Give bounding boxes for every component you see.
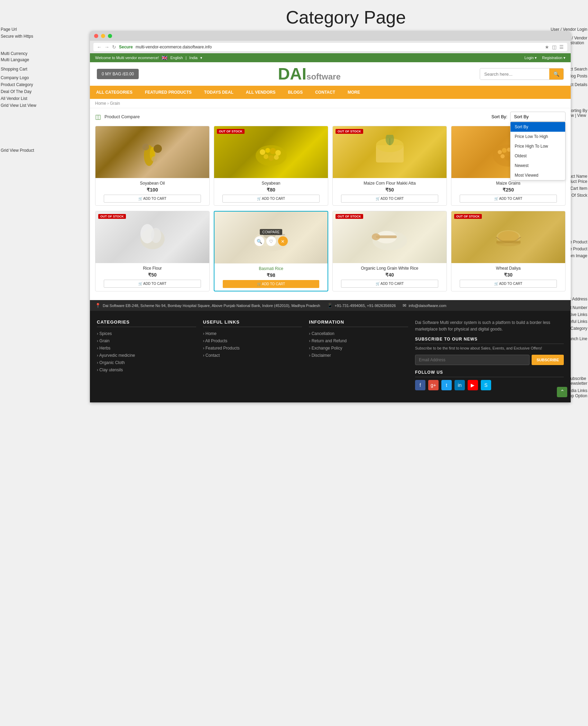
nav-contact[interactable]: CONTACT bbox=[309, 86, 341, 99]
cat-organic[interactable]: Organic Cloth bbox=[97, 360, 196, 365]
sort-label: Sort By: bbox=[491, 114, 507, 119]
cat-ayurvedic[interactable]: Ayurvedic medicine bbox=[97, 353, 196, 358]
product-info-soyabean: Soyabean ₹80 🛒 ADD TO CART bbox=[214, 178, 328, 205]
link-featured[interactable]: Featured Products bbox=[203, 346, 302, 351]
cat-herbs[interactable]: Herbs bbox=[97, 346, 196, 351]
product-price-organic-rice: ₹40 bbox=[336, 272, 444, 278]
product-info-rice-flour: Rice Flour ₹50 🛒 ADD TO CART bbox=[95, 263, 209, 290]
cart-button[interactable]: 0 MY BAG /£0.00 bbox=[97, 69, 139, 79]
skype-link[interactable]: S bbox=[481, 380, 491, 390]
add-to-cart-rice-flour[interactable]: 🛒 ADD TO CART bbox=[104, 280, 201, 288]
country-arrow: ▾ bbox=[200, 56, 202, 60]
product-price-maize-grains: ₹250 bbox=[454, 187, 562, 193]
sort-opt-default[interactable]: Sort By bbox=[511, 122, 565, 132]
email-input[interactable] bbox=[415, 355, 530, 365]
country-selector[interactable]: India bbox=[189, 56, 197, 60]
breadcrumb-home[interactable]: Home bbox=[95, 101, 106, 106]
svg-point-38 bbox=[498, 231, 519, 242]
search-input[interactable] bbox=[480, 69, 549, 80]
url-bar[interactable]: multi-vendor-ecommerce.daisoftware.info bbox=[136, 45, 542, 49]
browser-window: ← → ↻ Secure multi-vendor-ecommerce.dais… bbox=[45, 31, 526, 402]
like-icon[interactable]: ♡ bbox=[266, 236, 276, 246]
product-grid-row1: Soyabean Oil ₹100 🛒 ADD TO CART OUT OF S… bbox=[95, 126, 566, 206]
twitter-link[interactable]: t bbox=[441, 380, 452, 390]
add-to-cart-maize-flour[interactable]: 🛒 ADD TO CART bbox=[341, 195, 439, 203]
grid-view-icon[interactable]: ◫ bbox=[95, 113, 101, 121]
search-area: 🔍 bbox=[480, 68, 564, 80]
sort-select-wrapper: Sort By Price Low To High Price High To … bbox=[510, 112, 566, 122]
product-img-soybean bbox=[214, 126, 328, 178]
info-exchange[interactable]: Exchange Policy bbox=[309, 346, 408, 351]
header: 0 MY BAG /£0.00 DAIsoftware 🔍 bbox=[90, 62, 571, 86]
subscribe-desc: Subscribe to be the first to know about … bbox=[415, 345, 564, 351]
product-toolbar: ◫ Product Compare Sort By: Sort By Price… bbox=[95, 112, 566, 122]
ann-deal: Deal Of The Day bbox=[1, 89, 31, 94]
breadcrumb-grain[interactable]: Grain bbox=[110, 101, 120, 106]
info-cancellation[interactable]: Cancellation bbox=[309, 331, 408, 336]
sort-select[interactable]: Sort By Price Low To High Price High To … bbox=[510, 112, 566, 122]
add-to-cart-maize-grains[interactable]: 🛒 ADD TO CART bbox=[460, 195, 557, 203]
flag-icon: 🇬🇧 bbox=[162, 55, 167, 60]
language-selector[interactable]: English bbox=[170, 56, 183, 60]
product-card-rice-flour: OUT OF STOCK Rice F bbox=[95, 211, 210, 291]
nav-vendors[interactable]: ALL VENDORS bbox=[240, 86, 282, 99]
nav-featured[interactable]: FEATURED PRODUCTS bbox=[139, 86, 198, 99]
out-of-stock-badge-rice-flour: OUT OF STOCK bbox=[98, 214, 126, 219]
subscribe-button[interactable]: SUBSCRIBE bbox=[532, 355, 564, 365]
link-contact[interactable]: Contact bbox=[203, 353, 302, 358]
cat-spices[interactable]: Spices bbox=[97, 331, 196, 336]
add-to-cart-organic-rice[interactable]: 🛒 ADD TO CART bbox=[341, 280, 439, 288]
add-to-cart-soyabean[interactable]: 🛒 ADD TO CART bbox=[222, 195, 320, 203]
compare-icon[interactable]: ✕ bbox=[278, 236, 288, 246]
registration-link[interactable]: Registration ▾ bbox=[542, 56, 566, 60]
sort-opt-high-low[interactable]: Price High To Low bbox=[511, 141, 565, 151]
top-bar-left: Welcome to Multi vendor ecommerce! 🇬🇧 En… bbox=[95, 55, 202, 60]
add-to-cart-soyabean-oil[interactable]: 🛒 ADD TO CART bbox=[104, 195, 201, 203]
info-disclaimer[interactable]: Disclaimer bbox=[309, 353, 408, 358]
linkedin-link[interactable]: in bbox=[454, 380, 465, 390]
out-of-stock-badge-soyabean: OUT OF STOCK bbox=[217, 129, 245, 134]
nav-deal[interactable]: TODAYS DEAL bbox=[198, 86, 240, 99]
product-card-soyabean: OUT OF STOCK bbox=[214, 126, 328, 206]
nav-blogs[interactable]: BLOGS bbox=[282, 86, 309, 99]
product-image-rice-flour: OUT OF STOCK bbox=[95, 211, 209, 263]
contact-address-item: 📍 Dai Software EB-248, Scheme No 94, Bom… bbox=[95, 303, 320, 308]
zoom-icon[interactable]: 🔍 bbox=[255, 236, 264, 246]
youtube-link[interactable]: ▶ bbox=[468, 380, 478, 390]
sort-opt-oldest[interactable]: Oldest bbox=[511, 151, 565, 161]
sort-opt-low-high[interactable]: Price Low To High bbox=[511, 132, 565, 141]
goto-top[interactable]: ⌃ bbox=[557, 387, 567, 397]
svg-point-36 bbox=[372, 233, 380, 240]
googleplus-link[interactable]: g+ bbox=[428, 380, 439, 390]
ann-logo: Company Logo bbox=[1, 75, 29, 80]
product-image-wheat-dalia: OUT OF STOCK bbox=[451, 211, 565, 263]
ann-category: Product Category bbox=[1, 82, 33, 87]
browser-dot-close[interactable] bbox=[94, 34, 98, 38]
extensions-icon[interactable]: ◫ bbox=[552, 44, 557, 50]
refresh-button[interactable]: ↻ bbox=[112, 44, 116, 50]
nav-all-categories[interactable]: ALL CATEGORIES bbox=[90, 86, 139, 99]
link-home[interactable]: Home bbox=[203, 331, 302, 336]
nav-more[interactable]: MORE bbox=[341, 86, 366, 99]
footer: CATEGORIES Spices Grain Herbs Ayurvedic … bbox=[90, 311, 571, 402]
cat-clay[interactable]: Clay utensils bbox=[97, 367, 196, 372]
search-button[interactable]: 🔍 bbox=[549, 68, 563, 80]
svg-point-2 bbox=[154, 145, 162, 153]
sort-opt-most-viewed[interactable]: Most Viewed bbox=[511, 170, 565, 180]
cat-grain[interactable]: Grain bbox=[97, 338, 196, 343]
menu-icon[interactable]: ☰ bbox=[559, 44, 564, 50]
browser-dot-maximize[interactable] bbox=[108, 34, 112, 38]
facebook-link[interactable]: f bbox=[415, 380, 425, 390]
logo-dai: DAI bbox=[278, 65, 306, 83]
sort-opt-newest[interactable]: Newest bbox=[511, 161, 565, 170]
forward-button[interactable]: → bbox=[104, 44, 109, 50]
add-to-cart-basmati[interactable]: 🛒 ADD TO CART bbox=[223, 280, 320, 288]
link-all-products[interactable]: All Products bbox=[203, 338, 302, 343]
info-return[interactable]: Return and Refund bbox=[309, 338, 408, 343]
login-link[interactable]: Login ▾ bbox=[524, 56, 537, 60]
browser-dot-minimize[interactable] bbox=[101, 34, 105, 38]
back-button[interactable]: ← bbox=[97, 44, 102, 50]
add-to-cart-wheat-dalia[interactable]: 🛒 ADD TO CART bbox=[460, 280, 557, 288]
ann-page-url: Page Url bbox=[1, 27, 17, 32]
bookmark-icon[interactable]: ★ bbox=[545, 44, 549, 50]
